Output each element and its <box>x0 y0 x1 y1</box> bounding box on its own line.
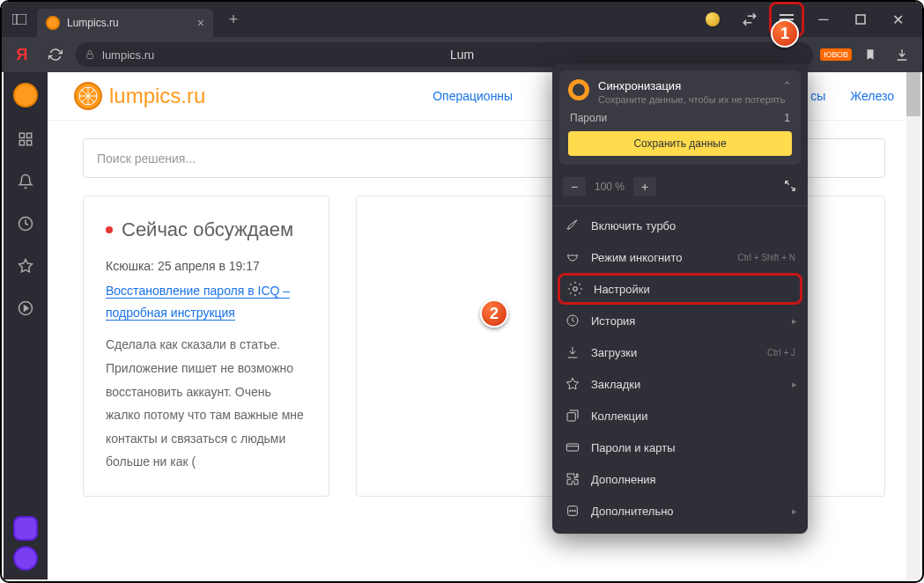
nav-link-os[interactable]: Операционны <box>432 89 513 103</box>
card-icon <box>565 439 580 455</box>
mask-icon <box>565 249 580 265</box>
svg-rect-0 <box>12 14 26 25</box>
discussion-title: Сейчас обсуждаем <box>106 218 307 241</box>
sidebar-play-icon[interactable] <box>15 298 36 319</box>
overlay-badge: ЮВОВ <box>820 48 852 61</box>
chevron-right-icon: ▸ <box>792 506 797 517</box>
sync-title: Синхронизация <box>598 79 785 92</box>
chevron-up-icon[interactable]: ⌃ <box>782 79 792 92</box>
zoom-in-button[interactable]: + <box>633 177 656 196</box>
callout-1: 1 <box>771 19 799 48</box>
sidebar-history-icon[interactable] <box>15 213 36 234</box>
history-icon <box>565 313 580 328</box>
menu-item-downloads[interactable]: Загрузки Ctrl + J <box>552 336 808 368</box>
nav-link-hardware[interactable]: Железо <box>850 89 894 103</box>
minimize-button[interactable]: ─ <box>806 2 841 37</box>
tab-favicon <box>46 16 60 30</box>
menu-item-turbo[interactable]: Включить турбо <box>552 210 808 241</box>
callout-2: 2 <box>480 299 508 328</box>
comment-link[interactable]: Восстановление пароля в ICQ – подробная … <box>106 284 290 321</box>
chevron-right-icon: ▸ <box>792 315 797 327</box>
zoom-out-button[interactable]: − <box>563 177 586 196</box>
svg-point-25 <box>574 510 575 511</box>
coin-icon[interactable] <box>695 2 730 37</box>
browser-tab[interactable]: Lumpics.ru × <box>37 9 213 37</box>
sync-icon <box>568 79 589 100</box>
sidebar-bookmarks-icon[interactable] <box>15 255 36 277</box>
sidebar-toggle[interactable] <box>2 2 37 37</box>
svg-point-24 <box>572 510 573 511</box>
scrollbar-thumb[interactable] <box>906 72 920 116</box>
scrollbar[interactable] <box>906 72 920 579</box>
downloads-icon[interactable] <box>889 41 915 68</box>
new-tab-button[interactable]: + <box>220 6 247 33</box>
chevron-right-icon: ▸ <box>792 379 797 390</box>
sync-passwords-label: Пароли <box>570 112 607 124</box>
svg-rect-10 <box>27 141 32 145</box>
site-logo[interactable]: lumpics.ru <box>74 82 205 110</box>
red-dot-icon <box>106 226 113 233</box>
svg-rect-20 <box>567 413 575 421</box>
menu-item-settings[interactable]: Настройки <box>558 273 802 305</box>
nav-link-2[interactable]: сы <box>810 89 825 103</box>
sync-subtitle: Сохраните данные, чтобы их не потерять <box>598 94 785 105</box>
rocket-icon <box>565 218 580 233</box>
collections-icon <box>565 408 580 424</box>
sidebar-site-icon[interactable] <box>13 83 38 107</box>
svg-rect-5 <box>856 15 865 24</box>
logo-icon <box>74 82 102 110</box>
gear-icon <box>567 281 583 297</box>
lock-icon <box>85 48 95 61</box>
yandex-logo-icon[interactable]: Я <box>9 41 35 68</box>
sync-panel[interactable]: Синхронизация Сохраните данные, чтобы их… <box>559 70 801 165</box>
menu-item-collections[interactable]: Коллекции <box>552 400 808 432</box>
svg-point-18 <box>573 287 578 292</box>
close-window-button[interactable]: ✕ <box>880 2 915 37</box>
svg-rect-8 <box>27 133 32 137</box>
maximize-button[interactable] <box>843 2 878 37</box>
alice-icon-2[interactable] <box>13 546 38 571</box>
fullscreen-icon[interactable] <box>783 179 797 196</box>
reload-button[interactable] <box>42 41 69 68</box>
menu-item-history[interactable]: История ▸ <box>552 305 808 336</box>
downloads-shortcut: Ctrl + J <box>767 348 795 358</box>
alice-icon-1[interactable] <box>13 516 38 541</box>
tab-title: Lumpics.ru <box>67 17 190 29</box>
zoom-value: 100 % <box>589 181 630 193</box>
download-icon <box>565 344 580 360</box>
svg-rect-6 <box>87 55 93 59</box>
reader-mode-icon[interactable] <box>732 2 767 37</box>
main-menu-dropdown: Синхронизация Сохраните данные, чтобы их… <box>552 63 808 534</box>
puzzle-icon <box>565 471 580 487</box>
menu-item-bookmarks[interactable]: Закладки ▸ <box>552 368 808 400</box>
menu-item-advanced[interactable]: Дополнительно ▸ <box>552 495 808 527</box>
star-icon <box>565 376 580 392</box>
svg-rect-9 <box>19 141 24 145</box>
menu-item-incognito[interactable]: Режим инкогнито Ctrl + Shift + N <box>552 241 808 273</box>
svg-rect-21 <box>566 444 578 451</box>
url-text: lumpics.ru <box>102 48 154 62</box>
sync-save-button[interactable]: Сохранить данные <box>568 131 792 156</box>
sidebar-notifications-icon[interactable] <box>15 171 36 192</box>
sync-passwords-count: 1 <box>784 112 790 124</box>
comment-meta: Ксюшка: 25 апреля в 19:17 <box>106 259 307 273</box>
comment-body: Сделала как сказали в статье. Приложение… <box>106 333 307 474</box>
menu-item-addons[interactable]: Дополнения <box>552 463 808 495</box>
sidebar-services-icon[interactable] <box>15 129 36 150</box>
menu-item-passwords[interactable]: Пароли и карты <box>552 432 808 463</box>
url-title: Lum <box>450 48 474 62</box>
incognito-shortcut: Ctrl + Shift + N <box>737 253 795 262</box>
svg-rect-7 <box>19 133 24 137</box>
logo-text: lumpics.ru <box>109 84 205 108</box>
tab-close-icon[interactable]: × <box>197 16 204 30</box>
bookmark-icon[interactable] <box>857 41 883 68</box>
more-icon <box>565 503 580 519</box>
svg-point-23 <box>570 510 571 511</box>
